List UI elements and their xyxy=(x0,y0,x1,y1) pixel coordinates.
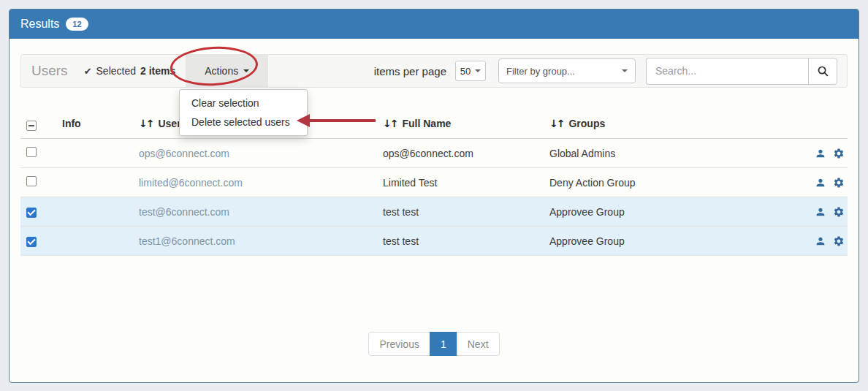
gear-icon[interactable] xyxy=(833,148,845,159)
sort-icon: ↓↑ xyxy=(139,118,153,129)
table-row-selected: test1@6connect.com test test Approvee Gr… xyxy=(20,227,848,256)
panel-title: Results xyxy=(20,18,59,31)
full-name-cell: Limited Test xyxy=(383,177,549,189)
user-profile-icon[interactable] xyxy=(815,177,826,189)
search-input[interactable] xyxy=(646,58,808,85)
username-link[interactable]: ops@6connect.com xyxy=(139,148,383,159)
group-filter-select[interactable]: Filter by group... xyxy=(498,58,636,83)
page-size-value: 50 xyxy=(460,66,471,77)
full-name-cell: test test xyxy=(383,235,549,247)
username-link[interactable]: test@6connect.com xyxy=(139,206,383,218)
pagination-page-1-button[interactable]: 1 xyxy=(430,332,457,356)
actions-dropdown-button[interactable]: Actions xyxy=(186,55,268,87)
groups-cell: Global Admins xyxy=(549,148,802,159)
row-checkbox[interactable] xyxy=(26,208,37,218)
full-name-cell: ops@6connect.com xyxy=(383,148,549,159)
table-row-selected: test@6connect.com test test Approvee Gro… xyxy=(20,197,848,227)
menu-item-clear-selection[interactable]: Clear selection xyxy=(180,94,307,113)
user-profile-icon[interactable] xyxy=(815,235,826,247)
gear-icon[interactable] xyxy=(833,177,845,189)
groups-cell: Deny Action Group xyxy=(549,177,802,189)
gear-icon[interactable] xyxy=(833,235,845,247)
pagination-next-button[interactable]: Next xyxy=(457,332,500,356)
row-checkbox[interactable] xyxy=(26,147,37,157)
col-header-info: Info xyxy=(62,118,139,129)
menu-item-delete-selected-users[interactable]: Delete selected users xyxy=(180,113,307,132)
results-panel: Results 12 Users ✔ Selected 2 items Acti… xyxy=(9,9,859,383)
table-header-row: Info ↓↑Username ↓↑Full Name ↓↑Groups xyxy=(20,109,848,139)
check-icon: ✔ xyxy=(84,66,92,77)
groups-cell: Approvee Group xyxy=(549,206,802,218)
sort-icon: ↓↑ xyxy=(549,118,563,129)
username-link[interactable]: limited@6connect.com xyxy=(139,177,383,189)
row-checkbox[interactable] xyxy=(26,237,37,247)
search-group xyxy=(646,58,837,85)
row-checkbox[interactable] xyxy=(26,176,37,186)
items-per-page-label: items per page xyxy=(374,65,446,77)
pagination: Previous 1 Next xyxy=(9,332,859,356)
caret-down-icon xyxy=(243,69,249,72)
table-row: limited@6connect.com Limited Test Deny A… xyxy=(20,168,848,197)
select-all-checkbox[interactable] xyxy=(26,121,37,131)
gear-icon[interactable] xyxy=(833,206,845,218)
full-name-cell: test test xyxy=(383,206,549,218)
selection-status: ✔ Selected 2 items xyxy=(84,65,176,77)
selected-label: Selected xyxy=(96,65,136,77)
col-header-full-name[interactable]: ↓↑Full Name xyxy=(383,118,549,129)
actions-dropdown-menu: Clear selection Delete selected users xyxy=(179,89,308,136)
group-filter-placeholder: Filter by group... xyxy=(506,66,575,77)
users-table: Info ↓↑Username ↓↑Full Name ↓↑Groups ops… xyxy=(20,109,848,256)
selected-count: 2 items xyxy=(140,65,175,77)
user-profile-icon[interactable] xyxy=(815,206,826,218)
users-heading: Users xyxy=(31,63,68,79)
groups-cell: Approvee Group xyxy=(549,235,802,247)
caret-down-icon xyxy=(622,69,628,72)
pagination-previous-button[interactable]: Previous xyxy=(368,332,430,356)
results-count-badge: 12 xyxy=(66,18,88,31)
user-profile-icon[interactable] xyxy=(815,148,826,159)
actions-label: Actions xyxy=(205,65,238,77)
username-link[interactable]: test1@6connect.com xyxy=(139,235,383,247)
caret-down-icon xyxy=(475,69,481,72)
table-row: ops@6connect.com ops@6connect.com Global… xyxy=(20,139,848,168)
search-button[interactable] xyxy=(808,58,837,85)
panel-header: Results 12 xyxy=(9,10,859,39)
page-size-select[interactable]: 50 xyxy=(455,61,486,81)
col-header-groups[interactable]: ↓↑Groups xyxy=(549,118,802,129)
sort-icon: ↓↑ xyxy=(383,118,397,129)
search-icon xyxy=(817,65,829,77)
toolbar: Users ✔ Selected 2 items Actions items p… xyxy=(20,54,848,88)
